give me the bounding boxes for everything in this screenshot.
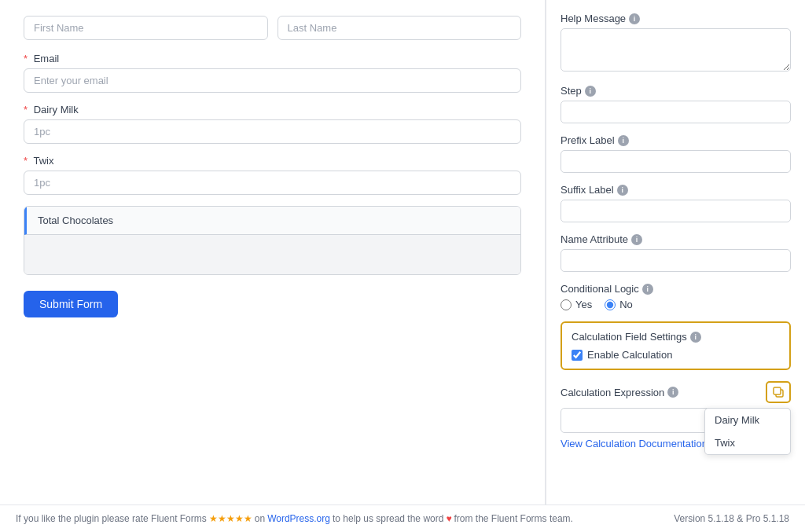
left-panel: * Email * Dairy Milk * Twix Total Chocol… — [0, 0, 546, 504]
expression-dropdown: Dairy Milk Twix — [704, 408, 791, 455]
copy-icon — [772, 386, 785, 398]
calculation-settings-info-icon[interactable]: i — [690, 332, 701, 343]
email-required-star: * — [24, 53, 28, 64]
email-input[interactable] — [24, 68, 521, 93]
email-group: * Email — [24, 53, 521, 93]
footer-on-text: on — [255, 513, 265, 524]
footer-pre-text: If you like the plugin please rate Fluen… — [16, 513, 207, 524]
right-panel: Help Message i Step i Prefix Label i Suf… — [546, 0, 805, 504]
footer-stars: ★★★★★ — [209, 513, 252, 524]
expression-copy-button[interactable] — [766, 381, 791, 403]
calculation-expression-section: Calculation Expression i Dairy Milk Twix — [561, 381, 791, 449]
conditional-no-option[interactable]: No — [605, 299, 633, 310]
calculation-expression-label: Calculation Expression i — [561, 387, 678, 398]
dropdown-item-twix[interactable]: Twix — [705, 431, 790, 454]
dairy-milk-label: * Dairy Milk — [24, 104, 521, 116]
name-row — [24, 16, 521, 40]
calculation-expression-info-icon[interactable]: i — [667, 387, 678, 398]
name-attribute-info-icon[interactable]: i — [631, 234, 642, 245]
footer: If you like the plugin please rate Fluen… — [0, 504, 805, 532]
svg-rect-1 — [774, 387, 781, 394]
twix-label: * Twix — [24, 155, 521, 167]
expression-header: Calculation Expression i — [561, 381, 791, 403]
enable-calculation-label: Enable Calculation — [587, 349, 672, 361]
step-group: Step i — [561, 85, 791, 123]
help-message-textarea[interactable] — [561, 28, 791, 72]
dairy-milk-required-star: * — [24, 104, 28, 116]
prefix-info-icon[interactable]: i — [618, 135, 629, 146]
prefix-label-group: Prefix Label i — [561, 134, 791, 173]
conditional-logic-group: Conditional Logic i Yes No — [561, 283, 791, 310]
last-name-input[interactable] — [278, 16, 522, 40]
calculation-field-settings: Calculation Field Settings i Enable Calc… — [561, 321, 791, 370]
footer-wp-link[interactable]: WordPress.org — [267, 513, 330, 524]
footer-post-text: to help us spread the word — [333, 513, 443, 524]
name-attribute-group: Name Attribute i numeric-field — [561, 233, 791, 272]
footer-team-text: from the Fluent Forms team. — [454, 513, 573, 524]
expression-input-wrapper: Dairy Milk Twix — [561, 408, 791, 433]
twix-group: * Twix — [24, 155, 521, 195]
prefix-label-label: Prefix Label i — [561, 134, 791, 146]
name-attribute-input[interactable]: numeric-field — [561, 249, 791, 272]
email-label: * Email — [24, 53, 521, 64]
step-input[interactable] — [561, 101, 791, 123]
total-chocolates-label: Total Chocolates — [24, 207, 520, 235]
conditional-yes-radio[interactable] — [561, 299, 572, 310]
footer-version: Version 5.1.18 & Pro 5.1.18 — [674, 513, 789, 524]
help-message-info-icon[interactable]: i — [629, 13, 640, 24]
dairy-milk-input[interactable] — [24, 119, 521, 144]
suffix-label-group: Suffix Label i — [561, 184, 791, 222]
suffix-info-icon[interactable]: i — [617, 185, 628, 196]
suffix-label-label: Suffix Label i — [561, 184, 791, 196]
dairy-milk-group: * Dairy Milk — [24, 104, 521, 144]
conditional-logic-info-icon[interactable]: i — [642, 284, 653, 295]
conditional-logic-label: Conditional Logic i — [561, 283, 791, 295]
enable-calculation-checkbox[interactable] — [572, 350, 583, 361]
suffix-label-input[interactable] — [561, 200, 791, 222]
total-chocolates-value — [24, 235, 520, 274]
submit-button[interactable]: Submit Form — [24, 291, 118, 317]
help-message-group: Help Message i — [561, 13, 791, 74]
conditional-logic-radios: Yes No — [561, 299, 791, 310]
total-chocolates-field: Total Chocolates — [24, 206, 521, 275]
first-name-group — [24, 16, 268, 40]
last-name-group — [278, 16, 522, 40]
name-attribute-label: Name Attribute i — [561, 233, 791, 245]
view-calc-doc-link[interactable]: View Calculation Documentation — [561, 438, 708, 449]
heart-icon: ♥ — [446, 513, 451, 524]
calculation-settings-label: Calculation Field Settings i — [572, 331, 780, 343]
conditional-yes-option[interactable]: Yes — [561, 299, 592, 310]
dropdown-item-dairy-milk[interactable]: Dairy Milk — [705, 409, 790, 431]
twix-required-star: * — [24, 155, 28, 167]
prefix-label-input[interactable] — [561, 150, 791, 173]
first-name-input[interactable] — [24, 16, 268, 40]
step-info-icon[interactable]: i — [585, 86, 596, 97]
twix-input[interactable] — [24, 171, 521, 195]
help-message-label: Help Message i — [561, 13, 791, 24]
step-label: Step i — [561, 85, 791, 97]
enable-calculation-option[interactable]: Enable Calculation — [572, 349, 780, 361]
conditional-no-radio[interactable] — [605, 299, 616, 310]
footer-left: If you like the plugin please rate Fluen… — [16, 513, 573, 524]
